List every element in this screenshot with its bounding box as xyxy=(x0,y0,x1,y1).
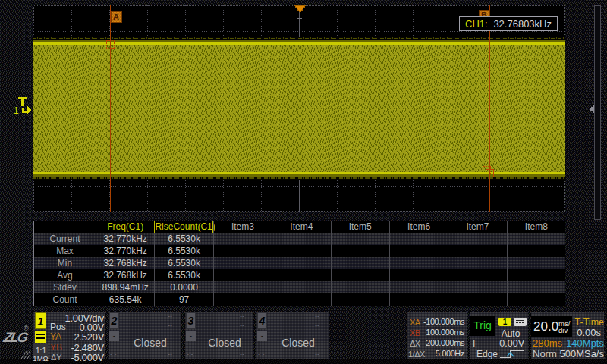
svg-text:A: A xyxy=(113,12,119,21)
svg-text:1: 1 xyxy=(14,105,19,116)
